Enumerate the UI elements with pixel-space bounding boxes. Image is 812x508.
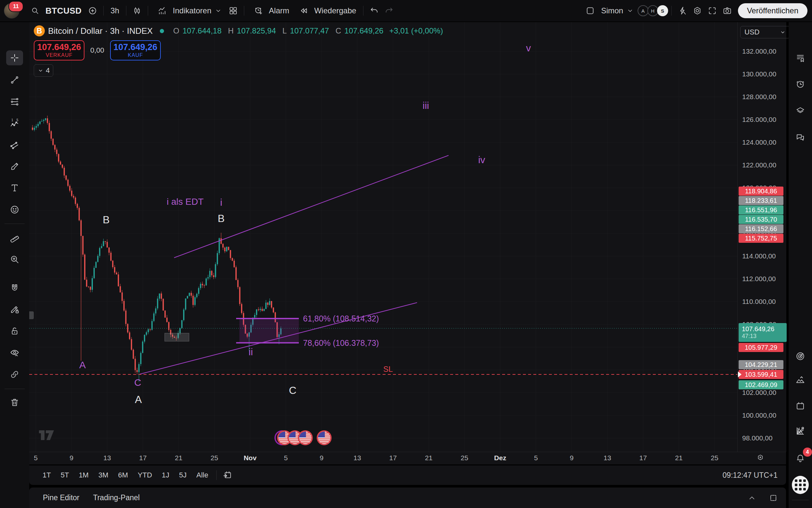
collaborator-badge[interactable]: A [637, 5, 649, 16]
collaborator-badge[interactable]: H [647, 5, 658, 16]
indicators-icon [155, 3, 170, 18]
trade-buttons: 107.649,26 VERKAUF 0,00 107.649,26 KAUF [34, 40, 161, 60]
divider [216, 470, 217, 480]
range-button-1t[interactable]: 1T [38, 469, 56, 482]
sell-button[interactable]: 107.649,26 VERKAUF [34, 40, 85, 60]
watchlist-icon[interactable] [792, 50, 809, 66]
calendar-icon[interactable] [792, 398, 809, 414]
emoji-icon[interactable] [6, 202, 23, 217]
notification-badge: 11 [8, 1, 23, 12]
alert-button[interactable]: Alarm [247, 3, 293, 18]
publish-button[interactable]: Veröffentlichen [738, 3, 807, 18]
price-tick: 128.000,00 [742, 93, 776, 101]
range-button-5j[interactable]: 5J [174, 469, 191, 482]
time-tick: Dez [494, 454, 506, 462]
maximize-panel-icon[interactable] [769, 494, 777, 502]
svg-text:i als EDT: i als EDT [166, 197, 204, 207]
search-icon [28, 3, 43, 18]
grid-layout-icon[interactable] [226, 3, 241, 18]
lightning-search-icon[interactable] [675, 3, 690, 18]
range-button-1m[interactable]: 1M [74, 469, 94, 482]
range-button-alle[interactable]: Alle [192, 469, 213, 482]
tab-pine-editor[interactable]: Pine Editor [43, 493, 80, 502]
price-tick: 110.000,00 [742, 298, 776, 305]
ruler-icon[interactable] [6, 230, 23, 245]
brush-icon[interactable] [6, 159, 23, 174]
symbol-search-button[interactable]: BTCUSD [24, 3, 85, 18]
bell-icon[interactable]: 4 [792, 450, 809, 466]
zoom-in-icon[interactable] [6, 252, 23, 267]
buy-button[interactable]: 107.649,26 KAUF [110, 40, 161, 60]
chart-type-icon[interactable] [130, 3, 145, 18]
compare-add-icon[interactable] [85, 3, 100, 18]
time-tick: 5 [284, 454, 288, 462]
magnet-icon[interactable] [6, 281, 23, 295]
trash-icon[interactable] [6, 395, 23, 410]
time-tick: Nov [244, 454, 256, 462]
tab-trading-panel[interactable]: Trading-Panel [93, 493, 140, 502]
scale-drag-handle[interactable] [29, 311, 34, 319]
undo-icon[interactable] [367, 3, 382, 18]
edit-lock-icon[interactable] [6, 302, 23, 317]
fib-lines-icon[interactable] [6, 94, 23, 109]
trendline-icon[interactable] [6, 73, 23, 87]
link-icon[interactable] [6, 367, 23, 382]
time-scale[interactable]: 5913172125Nov5913172125Dez5913172125 [29, 452, 786, 464]
price-tick: 124.000,00 [742, 138, 776, 146]
text-icon[interactable] [6, 180, 23, 195]
currency-selector[interactable]: USD [740, 26, 790, 38]
layers-icon[interactable] [792, 103, 809, 118]
interval-button[interactable]: 3h [107, 3, 123, 18]
radar-icon[interactable] [792, 348, 809, 364]
time-tick: 17 [639, 454, 647, 462]
range-button-3m[interactable]: 3M [94, 469, 113, 482]
us-flag-event-icon[interactable] [298, 430, 313, 445]
replay-button[interactable]: Wiedergabe [293, 3, 360, 18]
eye-icon[interactable] [6, 345, 23, 360]
time-tick: 17 [389, 454, 396, 462]
alert-clock-icon[interactable] [792, 76, 809, 92]
channel-icon[interactable] [6, 137, 23, 152]
collaborator-badge[interactable]: S [657, 5, 668, 16]
range-button-6m[interactable]: 6M [113, 469, 133, 482]
ohlc-h-label: H [228, 26, 234, 35]
layout-name-button[interactable]: Simon [598, 3, 637, 18]
range-button-5t[interactable]: 5T [56, 469, 74, 482]
chevron-down-icon [626, 3, 634, 18]
scale-settings-icon[interactable] [756, 453, 765, 462]
indicators-button[interactable]: Indikatoren [151, 3, 226, 18]
price-scale[interactable]: USD 132.000,00130.000,00128.000,00126.00… [737, 22, 786, 452]
range-button-ytd[interactable]: YTD [133, 469, 157, 482]
object-tree-collapse-button[interactable]: 4 [34, 65, 53, 77]
chat-icon[interactable] [792, 130, 809, 145]
ohlc-change: +3,01 (+0,00%) [389, 26, 443, 35]
chart-canvas[interactable]: 61,80% (108.514,32)78,60% (106.378,73)SL… [29, 22, 737, 452]
go-to-date-icon[interactable] [220, 468, 235, 483]
time-tick: 21 [425, 454, 432, 462]
apps-grid-icon[interactable] [792, 477, 809, 493]
user-avatar[interactable]: 11 [4, 3, 19, 18]
layout-box-icon[interactable] [583, 3, 598, 18]
time-tick: 5 [34, 454, 38, 462]
range-button-1j[interactable]: 1J [157, 469, 174, 482]
camera-snapshot-icon[interactable] [720, 3, 735, 18]
spiderweb-icon[interactable] [792, 423, 809, 439]
svg-text:5: 5 [16, 118, 18, 122]
price-label: 105.977,29 [738, 343, 783, 352]
clock[interactable]: 09:12:47 UTC+1 [723, 471, 777, 480]
ideas-icon[interactable] [792, 372, 809, 388]
price-label: 107.649,2647:13 [738, 323, 787, 342]
elliott-wave-icon[interactable]: 15 [6, 116, 23, 131]
symbol-title[interactable]: Bitcoin / Dollar · 3h · INDEX [48, 26, 153, 36]
time-tick: 13 [353, 454, 361, 462]
fullscreen-icon[interactable] [705, 3, 720, 18]
time-tick: 17 [139, 454, 146, 462]
us-flag-event-icon[interactable] [317, 430, 332, 445]
lock-icon[interactable] [6, 324, 23, 339]
redo-icon[interactable] [382, 3, 396, 18]
symbol-name: BTCUSD [45, 6, 82, 16]
symbol-header[interactable]: B Bitcoin / Dollar · 3h · INDEX O 107.64… [34, 25, 443, 36]
settings-icon[interactable] [690, 3, 705, 18]
expand-panel-icon[interactable] [748, 494, 756, 502]
crosshair-icon[interactable] [6, 50, 23, 65]
